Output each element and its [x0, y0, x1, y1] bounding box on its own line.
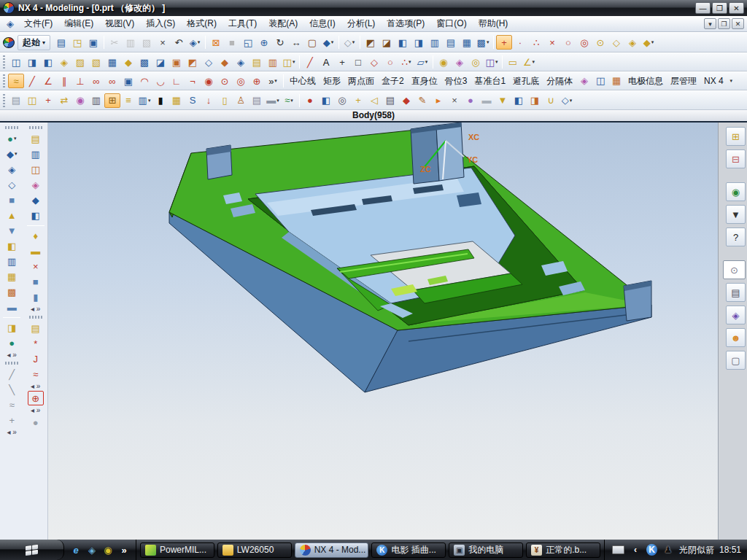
- view-trimetric-icon[interactable]: ◩: [363, 35, 379, 50]
- menu-window[interactable]: 窗口(O): [430, 16, 472, 31]
- insert-block-icon[interactable]: ◧: [318, 93, 334, 108]
- pink-gem-icon[interactable]: ◈: [28, 177, 44, 192]
- web-browser-icon[interactable]: ◉: [726, 182, 746, 201]
- angle-dimension-icon-dropdown[interactable]: ▾: [533, 59, 535, 65]
- view-back-icon[interactable]: ▤: [443, 35, 459, 50]
- cut-icon[interactable]: ✂: [107, 35, 123, 50]
- trim-horn-icon[interactable]: ◁: [366, 93, 382, 108]
- dock-overflow[interactable]: ◂ »: [7, 428, 17, 437]
- fish-curve-icon[interactable]: ≈: [28, 367, 44, 381]
- task-folder-lw26050[interactable]: LW26050: [217, 542, 292, 558]
- slab-icon[interactable]: ▬: [4, 300, 20, 314]
- sew-icon[interactable]: ◪: [152, 55, 169, 69]
- row3-overflow[interactable]: ▾: [727, 74, 735, 88]
- line-tool-icon[interactable]: ╱: [302, 55, 318, 69]
- block-icon[interactable]: ■: [4, 192, 20, 207]
- menu-help[interactable]: 帮助(H): [473, 16, 514, 31]
- render-style-icon-dropdown[interactable]: ▾: [352, 39, 355, 45]
- pocket-grid-icon[interactable]: ▤: [249, 93, 265, 108]
- btn-layer-manager[interactable]: 层管理: [667, 74, 700, 89]
- menu-format[interactable]: 格式(R): [181, 16, 222, 31]
- circle-tangent-icon[interactable]: ⊕: [249, 74, 265, 88]
- chamfer-icon[interactable]: ¬: [185, 74, 201, 88]
- snap-vertex-icon[interactable]: ◆▾: [640, 35, 657, 50]
- gray-blob-icon[interactable]: ●: [28, 415, 44, 429]
- ejector-grid-icon[interactable]: ▦: [169, 93, 185, 108]
- panel-icon-dropdown[interactable]: ▾: [276, 98, 279, 104]
- perspective-icon[interactable]: ▢: [304, 35, 320, 50]
- curve-gray-icon[interactable]: ≈: [4, 397, 20, 412]
- btn-rib3[interactable]: 骨位3: [441, 74, 471, 89]
- doc2-icon[interactable]: ▤: [382, 93, 398, 108]
- circle-center-icon[interactable]: ⊙: [217, 74, 233, 88]
- btn-datum-base1[interactable]: 基准台1: [471, 74, 509, 89]
- task-mycomputer[interactable]: ▣我的电脑: [449, 542, 523, 558]
- snap-face-icon[interactable]: ◇: [608, 35, 624, 50]
- view-front-icon[interactable]: ◨: [411, 35, 427, 50]
- rectangle-tool-icon[interactable]: □: [350, 55, 366, 69]
- transform-icon[interactable]: ⇄: [56, 93, 72, 108]
- diamond-tool-icon-dropdown[interactable]: ▾: [570, 98, 573, 104]
- ie-icon[interactable]: e: [70, 544, 82, 556]
- mold-tools-icon[interactable]: ⊞: [104, 93, 120, 108]
- zoom-window-icon[interactable]: ◱: [240, 35, 256, 50]
- btn-rectangle[interactable]: 矩形: [320, 74, 344, 89]
- sketch-curve-icon[interactable]: ◎: [468, 55, 484, 69]
- lifter-icon[interactable]: +: [350, 93, 366, 108]
- tray-chevron-icon[interactable]: ‹: [630, 544, 641, 556]
- extrude-icon-dropdown[interactable]: ▾: [15, 151, 18, 157]
- view-bottom-icon[interactable]: ▩▾: [475, 35, 491, 50]
- task-normal-b[interactable]: ¥正常的.b...: [526, 542, 600, 558]
- task-nx4[interactable]: NX 4 - Mod...: [295, 542, 369, 558]
- book-blue-icon[interactable]: ▥: [28, 147, 44, 161]
- btn-centerline[interactable]: 中心线: [286, 74, 320, 89]
- law-extension-icon[interactable]: ◇: [201, 55, 217, 69]
- restore-button[interactable]: ❐: [712, 2, 727, 14]
- qq-tray-icon[interactable]: ♟: [662, 544, 674, 556]
- bounded-plane-icon[interactable]: ▨: [72, 55, 88, 69]
- dock-overflow[interactable]: ◂ »: [7, 351, 17, 359]
- bridge-surface-icon[interactable]: ◈: [233, 55, 249, 69]
- mold-h-block-icon[interactable]: ▮: [152, 93, 169, 108]
- shaded-display-icon-dropdown[interactable]: ▾: [331, 39, 334, 45]
- new-file-icon[interactable]: ▤: [53, 35, 69, 50]
- arc2-icon[interactable]: ◡: [152, 74, 169, 88]
- j-curve-icon[interactable]: J: [28, 351, 44, 366]
- btn-avoid-hole[interactable]: 避孔底: [509, 74, 543, 89]
- teal-blob-icon[interactable]: ●: [4, 335, 20, 350]
- delete-face-icon[interactable]: ×: [446, 93, 462, 108]
- open-file-icon[interactable]: ◳: [69, 35, 85, 50]
- toolbar-grip[interactable]: [5, 362, 18, 365]
- compare-icon[interactable]: ◫: [24, 93, 40, 108]
- datum-plane-icon-dropdown[interactable]: ▾: [425, 59, 428, 65]
- standard-part-icon[interactable]: ♙: [233, 93, 249, 108]
- view-isometric-icon[interactable]: ◪: [379, 35, 395, 50]
- edit-pencil-icon[interactable]: ✎: [414, 93, 430, 108]
- save-icon[interactable]: ▣: [85, 35, 101, 50]
- inferred-constraint-icon[interactable]: ∠: [40, 74, 56, 88]
- snap-center-icon[interactable]: ○: [560, 35, 576, 50]
- enlarge-icon[interactable]: ◆: [217, 55, 233, 69]
- toolbar-grip[interactable]: [29, 316, 42, 319]
- trimmed-sheet-icon[interactable]: ▦: [104, 55, 120, 69]
- boolean-icon-dropdown[interactable]: ▾: [14, 136, 17, 141]
- btn-split-body[interactable]: 分隔体: [543, 74, 576, 89]
- pair-blue-icon[interactable]: ◧: [511, 93, 527, 108]
- task-movie[interactable]: K电影 插曲...: [371, 542, 446, 558]
- point-set-icon-dropdown[interactable]: ▾: [409, 59, 411, 65]
- cylinder-icon[interactable]: ▮: [28, 289, 44, 304]
- arc-gray-icon[interactable]: +: [4, 413, 20, 427]
- task-powermill[interactable]: PowerMIL...: [140, 542, 214, 558]
- menu-insert[interactable]: 插入(S): [140, 16, 181, 31]
- freeform-cloud-icon[interactable]: ≈▾: [281, 93, 297, 108]
- menu-edit[interactable]: 编辑(E): [58, 16, 99, 31]
- toolbar-grip[interactable]: [3, 94, 5, 107]
- corner-doc-icon[interactable]: ▥: [88, 93, 104, 108]
- sketch-overflow[interactable]: »▾: [265, 74, 281, 88]
- through-curves-icon[interactable]: ◫: [8, 55, 24, 69]
- purple-ball-icon[interactable]: ●: [462, 93, 479, 108]
- snap-point-icon[interactable]: +: [496, 35, 512, 50]
- menu-assemblies[interactable]: 装配(A): [263, 16, 303, 31]
- sheet-pair-icon[interactable]: ◫: [592, 73, 608, 88]
- part-navigator-icon[interactable]: ⊟: [726, 149, 746, 168]
